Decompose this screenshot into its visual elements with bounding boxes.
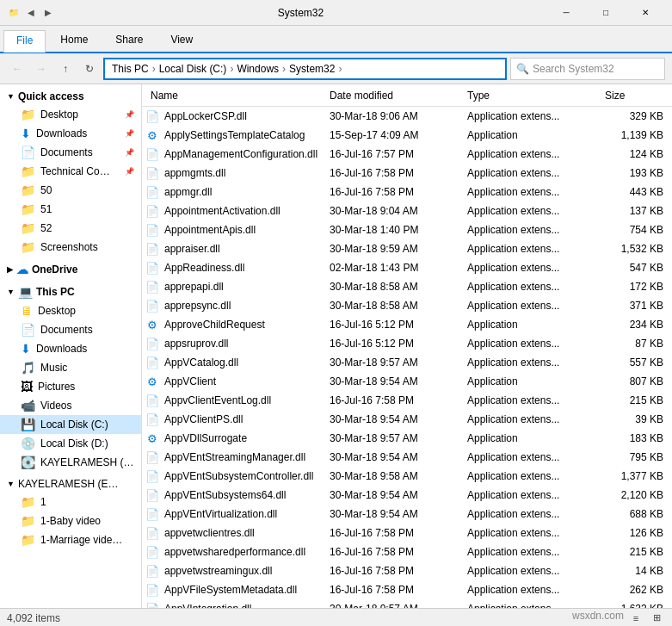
table-row[interactable]: 📄 AppVEntSubsystems64.dll 30-Mar-18 9:54… bbox=[142, 486, 672, 505]
sidebar-section-kayelramesh[interactable]: ▼ KAYELRAMESH (E… bbox=[0, 475, 141, 493]
table-row[interactable]: 📄 AppVCatalog.dll 30-Mar-18 9:57 AM Appl… bbox=[142, 353, 672, 372]
tab-share[interactable]: Share bbox=[102, 29, 156, 52]
sidebar-item-baby-video[interactable]: 📁 1-Baby video bbox=[0, 511, 141, 530]
sidebar-section-onedrive[interactable]: ▶ ☁ OneDrive bbox=[0, 260, 141, 279]
table-row[interactable]: 📄 AppManagementConfiguration.dll 16-Jul-… bbox=[142, 145, 672, 164]
table-row[interactable]: 📄 AppVIntegration.dll 30-Mar-18 9:57 AM … bbox=[142, 599, 672, 608]
table-row[interactable]: 📄 apprepapi.dll 30-Mar-18 8:58 AM Applic… bbox=[142, 277, 672, 296]
file-name: AppVClient bbox=[164, 375, 216, 387]
file-size: 172 KB bbox=[600, 281, 669, 293]
path-windows[interactable]: Windows bbox=[237, 63, 279, 75]
sidebar-item-screenshots[interactable]: 📁 Screenshots bbox=[0, 238, 141, 257]
back-button[interactable]: ← bbox=[7, 59, 28, 79]
sidebar-item-50[interactable]: 📁 50 bbox=[0, 181, 141, 200]
table-row[interactable]: 📄 appvetwsharedperformance.dll 16-Jul-16… bbox=[142, 542, 672, 561]
file-type-icon: 📄 bbox=[145, 450, 159, 464]
sidebar-item-1[interactable]: 📁 1 bbox=[0, 493, 141, 511]
path-local-disk[interactable]: Local Disk (C:) bbox=[159, 63, 227, 75]
file-size: 1,632 KB bbox=[600, 603, 669, 608]
file-type-icon: ⚙ bbox=[145, 318, 159, 332]
col-header-name[interactable]: Name bbox=[145, 84, 324, 106]
forward-button[interactable]: → bbox=[31, 59, 52, 79]
up-button[interactable]: ↑ bbox=[55, 59, 76, 79]
sidebar-item-music[interactable]: 🎵 Music bbox=[0, 358, 141, 377]
sidebar-item-kayelramesh[interactable]: 💽 KAYELRAMESH (… bbox=[0, 453, 141, 472]
file-date: 16-Jul-16 7:58 PM bbox=[324, 546, 462, 558]
table-row[interactable]: 📄 AppointmentApis.dll 30-Mar-18 1:40 PM … bbox=[142, 220, 672, 239]
sidebar-item-label: Local Disk (D:) bbox=[40, 437, 108, 449]
file-type: Application extens... bbox=[462, 489, 600, 501]
table-row[interactable]: ⚙ ApplySettingsTemplateCatalog 15-Sep-17… bbox=[142, 126, 672, 145]
tab-file[interactable]: File bbox=[3, 30, 46, 53]
sidebar-item-local-disk-c[interactable]: 💾 Local Disk (C:) bbox=[0, 415, 141, 434]
view-tiles-button[interactable]: ⊞ bbox=[648, 610, 665, 627]
col-header-date[interactable]: Date modified bbox=[324, 84, 462, 106]
sidebar-item-local-disk-d[interactable]: 💿 Local Disk (D:) bbox=[0, 434, 141, 453]
close-button[interactable]: ✕ bbox=[626, 0, 665, 26]
view-details-button[interactable]: ≡ bbox=[627, 610, 644, 627]
table-row[interactable]: 📄 appmgmts.dll 16-Jul-16 7:58 PM Applica… bbox=[142, 164, 672, 183]
table-row[interactable]: ⚙ AppVDllSurrogate 30-Mar-18 9:57 AM App… bbox=[142, 429, 672, 448]
table-row[interactable]: ⚙ AppVClient 30-Mar-18 9:54 AM Applicati… bbox=[142, 372, 672, 391]
search-icon: 🔍 bbox=[516, 63, 529, 75]
path-system32[interactable]: System32 bbox=[289, 63, 335, 75]
file-name: ApproveChildRequest bbox=[164, 319, 265, 331]
chevron-down-icon: ▼ bbox=[7, 92, 15, 101]
table-row[interactable]: 📄 AppLockerCSP.dll 30-Mar-18 9:06 AM App… bbox=[142, 107, 672, 126]
sidebar-item-label: 1-Marriage vide… bbox=[40, 534, 122, 546]
sidebar-item-label: Pictures bbox=[38, 381, 75, 393]
file-date: 30-Mar-18 9:59 AM bbox=[324, 243, 462, 255]
sidebar-item-documents-qa[interactable]: 📄 Documents 📌 bbox=[0, 143, 141, 162]
table-row[interactable]: 📄 AppVEntStreamingManager.dll 30-Mar-18 … bbox=[142, 448, 672, 467]
sidebar-item-52[interactable]: 📁 52 bbox=[0, 219, 141, 238]
table-row[interactable]: 📄 AppvClientEventLog.dll 16-Jul-16 7:58 … bbox=[142, 391, 672, 410]
file-list-body[interactable]: 📄 AppLockerCSP.dll 30-Mar-18 9:06 AM App… bbox=[142, 107, 672, 608]
sidebar-item-desktop-pc[interactable]: 🖥 Desktop bbox=[0, 301, 141, 320]
table-row[interactable]: 📄 AppVFileSystemMetadata.dll 16-Jul-16 7… bbox=[142, 580, 672, 599]
table-row[interactable]: 📄 appvetwclientres.dll 16-Jul-16 7:58 PM… bbox=[142, 524, 672, 542]
table-row[interactable]: 📄 appmgr.dll 16-Jul-16 7:58 PM Applicati… bbox=[142, 183, 672, 201]
sidebar-item-marriage-video[interactable]: 📁 1-Marriage vide… bbox=[0, 530, 141, 549]
path-this-pc[interactable]: This PC bbox=[112, 63, 149, 75]
sidebar-section-thispc[interactable]: ▼ 💻 This PC bbox=[0, 282, 141, 301]
sidebar-item-pictures[interactable]: 🖼 Pictures bbox=[0, 377, 141, 396]
address-path[interactable]: This PC › Local Disk (C:) › Windows › Sy… bbox=[103, 58, 507, 80]
sidebar-item-videos[interactable]: 📹 Videos bbox=[0, 396, 141, 415]
file-type-icon: 📄 bbox=[145, 602, 159, 608]
file-date: 30-Mar-18 9:57 AM bbox=[324, 356, 462, 369]
table-row[interactable]: 📄 AppointmentActivation.dll 30-Mar-18 9:… bbox=[142, 201, 672, 220]
minimize-button[interactable]: ─ bbox=[546, 0, 586, 26]
folder-icon: 📁 bbox=[21, 183, 35, 197]
file-size: 754 KB bbox=[600, 224, 669, 236]
table-row[interactable]: 📄 AppVEntSubsystemController.dll 30-Mar-… bbox=[142, 467, 672, 486]
maximize-button[interactable]: □ bbox=[586, 0, 626, 26]
table-row[interactable]: 📄 AppVClientPS.dll 30-Mar-18 9:54 AM App… bbox=[142, 410, 672, 429]
table-row[interactable]: 📄 appsruprov.dll 16-Jul-16 5:12 PM Appli… bbox=[142, 334, 672, 353]
refresh-button[interactable]: ↻ bbox=[79, 59, 100, 79]
sidebar-item-documents-pc[interactable]: 📄 Documents bbox=[0, 320, 141, 339]
sidebar-item-technical[interactable]: 📁 Technical Co… 📌 bbox=[0, 162, 141, 181]
sidebar-item-downloads-pc[interactable]: ⬇ Downloads bbox=[0, 339, 141, 358]
tab-view[interactable]: View bbox=[157, 29, 206, 52]
col-header-type[interactable]: Type bbox=[462, 84, 600, 106]
sidebar-item-51[interactable]: 📁 51 bbox=[0, 200, 141, 219]
sidebar-item-downloads-qa[interactable]: ⬇ Downloads 📌 bbox=[0, 124, 141, 143]
sidebar-item-desktop-qa[interactable]: 📁 Desktop 📌 bbox=[0, 105, 141, 124]
col-header-size[interactable]: Size bbox=[600, 84, 669, 106]
table-row[interactable]: 📄 appraiser.dll 30-Mar-18 9:59 AM Applic… bbox=[142, 239, 672, 258]
table-row[interactable]: 📄 apprepsync.dll 30-Mar-18 8:58 AM Appli… bbox=[142, 296, 672, 315]
tab-home[interactable]: Home bbox=[47, 29, 101, 52]
file-type: Application extens... bbox=[462, 603, 600, 608]
table-row[interactable]: ⚙ ApproveChildRequest 16-Jul-16 5:12 PM … bbox=[142, 315, 672, 334]
file-date: 30-Mar-18 8:58 AM bbox=[324, 281, 462, 293]
file-size: 215 KB bbox=[600, 394, 669, 406]
table-row[interactable]: 📄 AppReadiness.dll 02-Mar-18 1:43 PM App… bbox=[142, 258, 672, 277]
table-row[interactable]: 📄 appvetwstreamingux.dll 16-Jul-16 7:58 … bbox=[142, 561, 672, 580]
file-name: AppointmentActivation.dll bbox=[164, 205, 281, 217]
sidebar-item-label: 1 bbox=[40, 496, 46, 508]
table-row[interactable]: 📄 AppVEntVirtualization.dll 30-Mar-18 9:… bbox=[142, 505, 672, 524]
ribbon: File Home Share View bbox=[0, 26, 672, 53]
search-box[interactable]: 🔍 Search System32 bbox=[510, 58, 665, 80]
folder-icon: 📁 bbox=[21, 202, 35, 216]
sidebar-section-quick-access[interactable]: ▼ Quick access bbox=[0, 88, 141, 105]
